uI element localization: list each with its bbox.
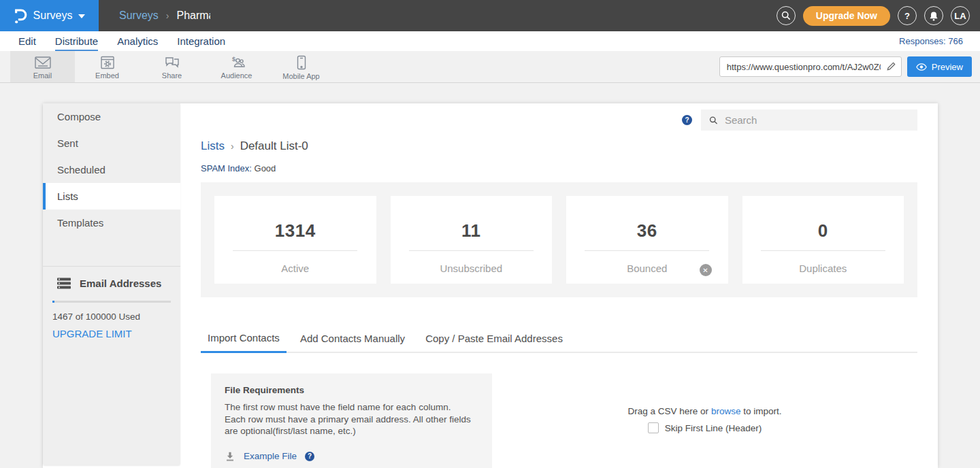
- toolbar-item-mobile-app[interactable]: Mobile App: [269, 51, 333, 82]
- current-list-name: Default List-0: [240, 139, 308, 153]
- email-addresses-header: Email Addresses: [52, 278, 171, 289]
- share-icon: [164, 56, 180, 69]
- tab-edit[interactable]: Edit: [18, 35, 36, 51]
- email-icon: [34, 56, 52, 69]
- chevron-down-icon: [78, 14, 85, 18]
- list-breadcrumb: Lists › Default List-0: [201, 139, 917, 153]
- spam-index-row: SPAM Index: Good: [201, 163, 917, 173]
- drop-text-after: to import.: [740, 406, 781, 416]
- sidebar-item-compose[interactable]: Compose: [43, 103, 180, 130]
- upgrade-now-button[interactable]: Upgrade Now: [803, 6, 890, 26]
- breadcrumb-surveys-link[interactable]: Surveys: [119, 10, 159, 22]
- product-name: Surveys: [33, 10, 73, 22]
- stat-card-unsubscribed: 11 Unsubscribed: [391, 196, 553, 284]
- download-icon[interactable]: [225, 451, 235, 462]
- stat-label: Duplicates: [742, 263, 904, 274]
- tab-analytics[interactable]: Analytics: [117, 35, 158, 51]
- content-card: Compose Sent Scheduled Lists Templates E…: [43, 103, 938, 468]
- distribute-toolbar: Email Embed Share $ Audience Mobile App …: [0, 51, 980, 83]
- top-header: Surveys Surveys › Pharma Upgrade Now ? L…: [0, 0, 980, 31]
- sidebar-item-templates[interactable]: Templates: [43, 210, 180, 236]
- skip-first-line-row: Skip First Line (Header): [648, 422, 762, 433]
- clear-bounced-icon[interactable]: ✕: [700, 264, 712, 276]
- sidebar-item-scheduled[interactable]: Scheduled: [43, 156, 180, 183]
- search-row: ?: [201, 103, 917, 131]
- csv-drop-zone[interactable]: Drag a CSV here or browse to import. Ski…: [492, 373, 917, 468]
- breadcrumb-separator: ›: [166, 10, 169, 21]
- svg-text:$: $: [232, 56, 235, 63]
- quota-usage-text: 1467 of 100000 Used: [52, 312, 171, 322]
- quota-progress-fill: [52, 301, 54, 303]
- breadcrumb-separator: ›: [231, 141, 234, 152]
- lists-link[interactable]: Lists: [201, 139, 225, 153]
- preview-button[interactable]: Preview: [907, 56, 972, 77]
- address-list-icon: [57, 278, 71, 289]
- contact-tabs: Import Contacts Add Contacts Manually Co…: [201, 326, 917, 353]
- tab-distribute[interactable]: Distribute: [55, 35, 98, 51]
- avatar[interactable]: LA: [951, 6, 970, 25]
- tab-integration[interactable]: Integration: [177, 35, 225, 51]
- eye-icon: [916, 63, 927, 71]
- toolbar-item-email[interactable]: Email: [10, 51, 75, 82]
- sidebar-item-lists[interactable]: Lists: [43, 183, 180, 210]
- search-input[interactable]: [725, 114, 909, 126]
- preview-label: Preview: [932, 62, 963, 72]
- sidebar-item-sent[interactable]: Sent: [43, 130, 180, 156]
- tab-import-contacts[interactable]: Import Contacts: [201, 326, 287, 353]
- breadcrumb: Surveys › Pharma: [119, 10, 210, 22]
- tab-copy-paste-email-addresses[interactable]: Copy / Paste Email Addresses: [419, 327, 570, 352]
- drop-text-before: Drag a CSV here or: [628, 406, 711, 416]
- file-requirements-body: The first row must have the field name f…: [225, 401, 471, 437]
- email-sidebar: Compose Sent Scheduled Lists Templates E…: [43, 103, 180, 465]
- page-background: Compose Sent Scheduled Lists Templates E…: [0, 103, 980, 468]
- stat-divider: [233, 250, 357, 251]
- toolbar-item-embed[interactable]: Embed: [75, 51, 140, 82]
- browse-link[interactable]: browse: [711, 406, 741, 416]
- stat-value: 0: [742, 220, 904, 241]
- drop-instruction: Drag a CSV here or browse to import.: [628, 406, 782, 416]
- questionpro-logo-icon: [14, 7, 27, 24]
- product-switcher[interactable]: Surveys: [0, 0, 99, 31]
- file-requirements-box: File Requirements The first row must hav…: [211, 373, 492, 468]
- toolbar-item-label: Audience: [221, 71, 252, 80]
- stat-card-duplicates: 0 Duplicates: [742, 196, 904, 284]
- stat-divider: [761, 250, 885, 251]
- upgrade-limit-link[interactable]: UPGRADE LIMIT: [52, 328, 132, 339]
- toolbar-item-audience[interactable]: $ Audience: [204, 51, 269, 82]
- stat-card-active: 1314 Active: [214, 196, 376, 284]
- stat-value: 11: [391, 220, 553, 241]
- edit-url-icon[interactable]: [886, 61, 896, 71]
- contact-search-box: [701, 110, 917, 131]
- toolbar-item-label: Email: [33, 71, 52, 80]
- survey-url-wrap: [719, 56, 902, 77]
- skip-first-line-label: Skip First Line (Header): [665, 423, 762, 433]
- file-requirements-title: File Requirements: [225, 385, 478, 395]
- quota-progress-bar: [52, 301, 171, 303]
- example-file-link[interactable]: Example File: [244, 451, 297, 461]
- example-file-help-icon[interactable]: ?: [305, 452, 314, 461]
- notifications-button[interactable]: [924, 6, 943, 25]
- embed-icon: [100, 56, 115, 69]
- toolbar-item-label: Embed: [95, 71, 119, 80]
- survey-url-input[interactable]: [719, 56, 902, 77]
- list-detail-main: ? Lists › Default List-0 SPAM Index: Goo…: [180, 103, 938, 468]
- stat-value: 1314: [214, 220, 376, 241]
- email-addresses-section: Email Addresses 1467 of 100000 Used UPGR…: [43, 267, 180, 340]
- email-addresses-title: Email Addresses: [80, 278, 161, 289]
- search-button[interactable]: [777, 6, 796, 25]
- search-help-icon[interactable]: ?: [682, 115, 692, 125]
- stat-divider: [409, 250, 534, 251]
- audience-icon: $: [228, 56, 246, 69]
- example-file-row: Example File ?: [225, 451, 478, 462]
- stat-label: Active: [214, 263, 376, 274]
- tab-add-contacts-manually[interactable]: Add Contacts Manually: [293, 327, 412, 352]
- responses-count[interactable]: Responses: 766: [899, 36, 980, 51]
- stat-value: 36: [566, 220, 728, 241]
- stat-divider: [585, 250, 709, 251]
- help-button[interactable]: ?: [898, 6, 917, 25]
- toolbar-item-share[interactable]: Share: [140, 51, 204, 82]
- toolbar-right: Preview: [719, 51, 980, 82]
- bell-icon: [929, 11, 938, 21]
- toolbar-item-label: Share: [162, 71, 182, 80]
- skip-first-line-checkbox[interactable]: [648, 422, 659, 433]
